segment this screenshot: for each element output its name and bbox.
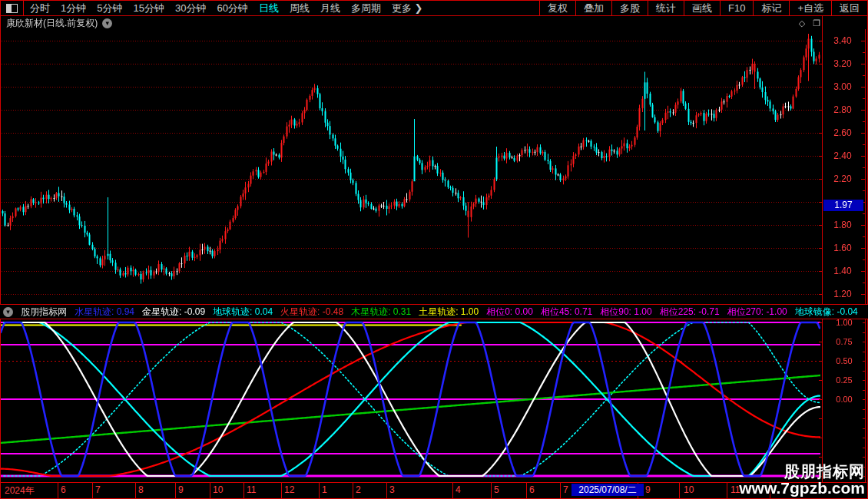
top-toolbar: 分时1分钟5分钟15分钟30分钟60分钟日线周线月线多周期更多 ❯ 复权叠加多股… — [1, 1, 867, 16]
price-label: 2.20 — [825, 173, 860, 184]
month-separator — [679, 483, 680, 498]
month-separator — [353, 483, 353, 498]
watermark-url: www.7gpzb.com — [739, 480, 865, 497]
month-separator — [452, 483, 453, 498]
month-label: 6 — [61, 484, 66, 495]
indicator-value-11: 地球镜像: -0.04 — [795, 306, 858, 319]
month-label: 5 — [494, 484, 499, 495]
month-separator — [58, 483, 58, 498]
axis-left-border — [822, 15, 823, 482]
toolbar-button-5[interactable]: F10 — [720, 1, 753, 15]
stock-app-window: { "title": {"text": "康欣新材(日线.前复权)"}, "ic… — [0, 0, 868, 499]
indicator-header: ▾ 股朋指标网 水星轨迹: 0.94金星轨迹: -0.09地球轨迹: 0.04火… — [0, 304, 868, 319]
period-tab-1[interactable]: 1分钟 — [61, 2, 86, 15]
indicator-axis-label: 0.75 — [827, 337, 862, 346]
toolbar-button-7[interactable]: +自选 — [789, 1, 831, 15]
month-separator — [281, 483, 282, 498]
month-label: 9 — [645, 484, 651, 495]
right-toolbar: 复权叠加多股统计画线F10标记+自选返回 — [539, 1, 867, 15]
toolbar-button-0[interactable]: 复权 — [539, 1, 575, 15]
indicator-value-8: 相位90: 1.00 — [600, 306, 651, 319]
month-label: 12 — [284, 484, 294, 495]
month-separator — [92, 483, 93, 498]
candlestick-and-indicator-canvas[interactable] — [0, 0, 868, 499]
period-tab-6[interactable]: 日线 — [259, 2, 279, 15]
period-tab-4[interactable]: 30分钟 — [175, 2, 206, 15]
indicator-value-4: 木星轨迹: 0.31 — [351, 306, 411, 319]
month-separator — [727, 483, 727, 498]
diamond-icon[interactable]: ◇ — [799, 18, 805, 28]
toolbar-button-2[interactable]: 多股 — [611, 1, 648, 15]
month-label: 10 — [684, 484, 694, 495]
title-icons: ◇ ❐ — [799, 18, 820, 28]
toolbar-button-6[interactable]: 标记 — [753, 1, 789, 15]
price-label: 2.80 — [825, 104, 860, 115]
price-label: 3.00 — [825, 81, 860, 92]
toolbar-button-3[interactable]: 统计 — [648, 1, 684, 15]
period-tab-0[interactable]: 分时 — [30, 2, 50, 15]
indicator-value-5: 土星轨迹: 1.00 — [419, 306, 479, 319]
month-separator — [526, 483, 527, 498]
panel-layout-icon[interactable]: ❐ — [813, 18, 820, 28]
price-highlight-badge: 1.97 — [823, 200, 863, 211]
watermark: 股朋指标网 www.7gpzb.com — [739, 464, 865, 497]
window-split-icon[interactable] — [1, 1, 24, 15]
chevron-down-icon[interactable]: ▾ — [102, 18, 112, 28]
period-tab-8[interactable]: 月线 — [320, 2, 340, 15]
month-label: 10 — [213, 484, 223, 495]
indicator-axis-label: 0.50 — [827, 356, 862, 365]
page-title: 康欣新材(日线.前复权) — [6, 17, 98, 30]
indicator-value-1: 金星轨迹: -0.09 — [142, 306, 205, 319]
time-axis: 2024年 6789101112123456791011 — [0, 482, 866, 498]
indicator-value-9: 相位225: -0.71 — [660, 306, 720, 319]
toolbar-button-4[interactable]: 画线 — [684, 1, 720, 15]
indicator-value-7: 相位45: 0.71 — [541, 306, 592, 319]
month-label: 7 — [95, 484, 101, 495]
month-separator — [135, 483, 136, 498]
period-tabs: 分时1分钟5分钟15分钟30分钟60分钟日线周线月线多周期更多 ❯ — [30, 2, 539, 15]
month-label: 7 — [563, 484, 568, 495]
month-separator — [560, 483, 561, 498]
price-label: 2.40 — [825, 150, 860, 161]
period-tab-9[interactable]: 多周期 — [351, 2, 381, 15]
price-label: 1.80 — [825, 220, 860, 230]
price-label: 1.60 — [825, 243, 860, 253]
month-label: 6 — [529, 484, 535, 495]
month-label: 1 — [322, 484, 327, 495]
period-tab-3[interactable]: 15分钟 — [133, 2, 164, 15]
month-label: 8 — [138, 484, 144, 495]
axis-right-border — [865, 29, 866, 482]
watermark-site-name: 股朋指标网 — [739, 464, 865, 481]
period-tab-7[interactable]: 周线 — [290, 2, 310, 15]
month-label: 11 — [247, 484, 256, 495]
indicator-axis-label: 0.00 — [827, 395, 862, 404]
period-tab-2[interactable]: 5分钟 — [97, 2, 122, 15]
indicator-value-2: 地球轨迹: 0.04 — [213, 306, 273, 319]
indicator-collapse-icon[interactable]: ▾ — [3, 307, 13, 317]
month-separator — [210, 483, 210, 498]
period-tab-5[interactable]: 60分钟 — [217, 2, 247, 15]
indicator-value-10: 相位270: -1.00 — [727, 306, 787, 319]
month-label: 2 — [356, 484, 361, 495]
title-bar: 康欣新材(日线.前复权) ▾ — [6, 17, 112, 29]
price-label: 1.40 — [825, 266, 860, 276]
month-separator — [175, 483, 176, 498]
price-label: 2.60 — [825, 127, 860, 138]
year-label: 2024年 — [5, 484, 35, 497]
toolbar-button-8[interactable]: 返回 — [831, 1, 867, 15]
indicator-value-6: 相位0: 0.00 — [486, 306, 533, 319]
month-separator — [386, 483, 387, 498]
indicator-value-3: 火星轨迹: -0.48 — [280, 306, 343, 319]
indicator-value-0: 水星轨迹: 0.94 — [75, 306, 134, 319]
period-tab-10[interactable]: 更多 ❯ — [392, 2, 423, 15]
split-box-icon — [6, 4, 18, 13]
indicator-source-label: 股朋指标网 — [21, 306, 67, 319]
price-label: 3.40 — [825, 35, 860, 46]
indicator-axis-label: 0.25 — [827, 375, 862, 385]
toolbar-button-1[interactable]: 叠加 — [575, 1, 611, 15]
month-separator — [319, 483, 320, 498]
date-highlight-badge: 2025/07/08/二 — [571, 484, 644, 496]
month-separator — [491, 483, 492, 498]
price-label: 3.20 — [825, 58, 860, 69]
month-separator — [244, 483, 244, 498]
